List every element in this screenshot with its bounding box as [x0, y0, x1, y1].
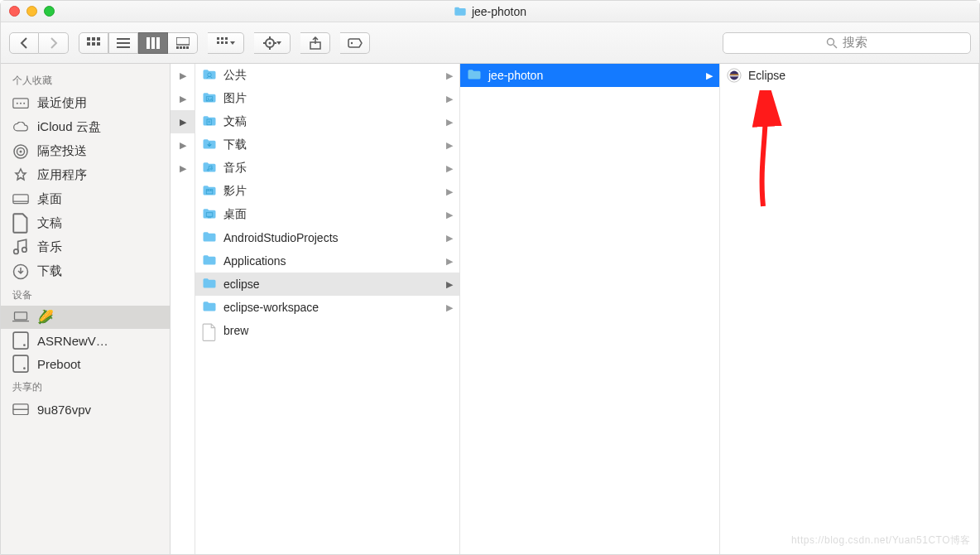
file-row[interactable]: 下载▶ — [195, 133, 459, 157]
downloads-icon — [12, 264, 29, 279]
file-row[interactable]: 公共▶ — [195, 64, 459, 87]
column0-row[interactable]: ▶ — [171, 157, 195, 180]
apps-icon — [12, 168, 29, 183]
column0-row[interactable]: ▶ — [171, 64, 195, 87]
file-row[interactable]: 影片▶ — [195, 180, 459, 203]
action-button[interactable] — [254, 32, 291, 54]
column-2[interactable]: jee-photon▶ — [460, 64, 720, 554]
svg-rect-3 — [87, 42, 90, 46]
sidebar-item[interactable]: 最近使用 — [1, 91, 170, 115]
file-row[interactable]: eclipse-workspace▶ — [195, 296, 459, 319]
folder-movies-icon — [202, 184, 217, 199]
folder-icon — [202, 300, 217, 315]
sidebar-item[interactable]: 9u876vpv — [1, 398, 170, 421]
svg-point-31 — [828, 38, 834, 45]
chevron-right-icon: ▶ — [446, 163, 453, 174]
svg-point-43 — [22, 248, 27, 253]
view-columns-button[interactable] — [138, 32, 168, 54]
body: 个人收藏 最近使用iCloud 云盘隔空投送应用程序桌面文稿音乐下载 设备 🌽A… — [1, 64, 979, 554]
chevron-right-icon: ▶ — [446, 186, 453, 197]
sidebar-item-label: iCloud 云盘 — [37, 119, 101, 135]
sidebar-item-label: ASRNewV… — [37, 334, 108, 348]
airdrop-icon — [12, 144, 29, 159]
file-row[interactable]: AndroidStudioProjects▶ — [195, 226, 459, 249]
file-row[interactable]: Eclipse — [720, 64, 978, 87]
window-title-text: jee-photon — [472, 5, 526, 18]
minimize-button[interactable] — [26, 6, 37, 17]
svg-point-24 — [268, 41, 271, 44]
file-row[interactable]: 音乐▶ — [195, 157, 459, 180]
file-label: jee-photon — [488, 69, 543, 82]
column-1[interactable]: 公共▶图片▶文稿▶下载▶音乐▶影片▶桌面▶AndroidStudioProjec… — [195, 64, 460, 554]
titlebar[interactable]: jee-photon — [1, 1, 979, 22]
sidebar-item-label: 🌽 — [37, 311, 54, 324]
sidebar-item[interactable]: 应用程序 — [1, 163, 170, 187]
sidebar-item[interactable]: iCloud 云盘 — [1, 115, 170, 139]
arrange-group — [208, 32, 244, 54]
column-3[interactable]: Eclipse — [720, 64, 979, 554]
svg-rect-17 — [217, 37, 219, 40]
columns-icon — [147, 37, 160, 49]
column0-row[interactable]: ▶ — [171, 87, 195, 110]
sidebar-item[interactable]: ASRNewV… — [1, 329, 170, 352]
sidebar-header-favorites: 个人收藏 — [1, 69, 170, 91]
file-label: 影片 — [223, 184, 247, 199]
view-gallery-button[interactable] — [168, 32, 198, 54]
arrange-button[interactable] — [208, 32, 244, 54]
file-row[interactable]: Applications▶ — [195, 249, 459, 273]
column0-row[interactable]: ▶ — [171, 133, 195, 157]
back-button[interactable] — [9, 32, 39, 54]
file-label: 下载 — [223, 138, 247, 152]
file-label: 图片 — [223, 91, 247, 106]
file-label: 桌面 — [223, 207, 247, 222]
sidebar-item[interactable]: Preboot — [1, 352, 170, 375]
file-row[interactable]: 桌面▶ — [195, 203, 459, 226]
sidebar-item[interactable]: 隔空投送 — [1, 139, 170, 163]
view-list-button[interactable] — [108, 32, 138, 54]
file-row[interactable]: brew — [195, 319, 459, 342]
folder-music-icon — [202, 161, 217, 176]
file-label: 音乐 — [223, 161, 247, 176]
file-row[interactable]: 文稿▶ — [195, 110, 459, 133]
sidebar-item[interactable]: 🌽 — [1, 306, 170, 329]
cloud-icon — [12, 120, 29, 135]
sidebar-item[interactable]: 文稿 — [1, 211, 170, 235]
folder-icon — [454, 5, 467, 18]
sidebar[interactable]: 个人收藏 最近使用iCloud 云盘隔空投送应用程序桌面文稿音乐下载 设备 🌽A… — [1, 64, 171, 554]
forward-button[interactable] — [39, 32, 69, 54]
window-controls — [9, 6, 55, 17]
file-label: brew — [223, 324, 248, 337]
search-field[interactable]: 搜索 — [723, 32, 971, 54]
chevron-right-icon: ▶ — [446, 256, 453, 267]
share-button[interactable] — [300, 32, 330, 54]
folder-icon — [202, 277, 217, 292]
svg-rect-40 — [13, 195, 28, 204]
sidebar-item[interactable]: 音乐 — [1, 235, 170, 259]
svg-rect-22 — [225, 41, 228, 44]
svg-rect-45 — [15, 312, 27, 320]
svg-rect-16 — [186, 46, 189, 49]
file-row[interactable]: 图片▶ — [195, 87, 459, 110]
maximize-button[interactable] — [44, 6, 55, 17]
chevron-right-icon: ▶ — [446, 233, 453, 244]
chevron-right-icon: ▶ — [446, 140, 453, 151]
svg-point-68 — [730, 71, 739, 80]
sidebar-item[interactable]: 下载 — [1, 259, 170, 283]
file-row[interactable]: eclipse▶ — [195, 273, 459, 296]
sidebar-item[interactable]: 桌面 — [1, 187, 170, 211]
chevron-right-icon: ▶ — [446, 70, 453, 81]
svg-rect-69 — [730, 75, 739, 75]
share-icon — [310, 36, 321, 50]
file-row[interactable]: jee-photon▶ — [460, 64, 719, 87]
view-icons-button[interactable] — [79, 32, 108, 54]
disk-icon — [12, 356, 29, 371]
chevron-right-icon: ▶ — [446, 302, 453, 313]
chevron-right-icon: ▶ — [446, 94, 453, 104]
tag-button[interactable] — [340, 32, 370, 54]
svg-line-32 — [833, 45, 837, 48]
close-button[interactable] — [9, 6, 20, 17]
folder-desktop-icon — [202, 207, 217, 222]
column0-row[interactable]: ▶ — [171, 110, 195, 133]
svg-point-35 — [20, 102, 22, 104]
column-0[interactable]: ▶▶▶▶▶ — [171, 64, 195, 554]
